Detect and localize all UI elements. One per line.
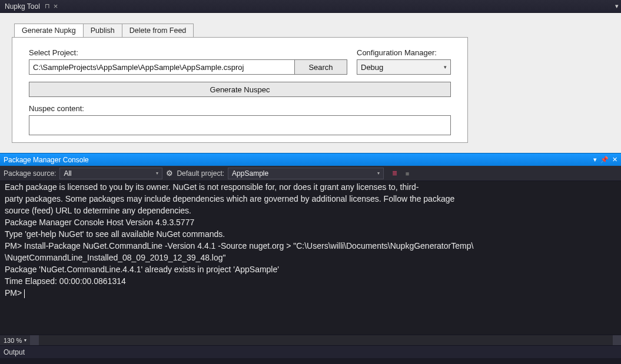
package-source-dropdown[interactable]: All ▾	[59, 168, 162, 179]
package-source-label: Package source:	[4, 169, 56, 178]
search-button[interactable]: Search	[294, 59, 347, 75]
chevron-down-icon: ▾	[156, 171, 158, 176]
dropdown-value: All	[64, 169, 71, 178]
tab-delete-from-feed[interactable]: Delete from Feed	[122, 24, 194, 37]
chevron-down-icon: ▾	[24, 338, 26, 343]
nuspec-content-label: Nuspec content:	[29, 104, 451, 113]
bottom-spacer	[0, 358, 621, 364]
tab-strip: Generate Nupkg Publish Delete from Feed	[14, 24, 609, 37]
generate-nuspec-button[interactable]: Generate Nuspec	[29, 82, 451, 97]
config-manager-label: Configuration Manager:	[357, 48, 451, 57]
output-title: Output	[4, 348, 25, 356]
pmc-titlebar: Package Manager Console ▾ 📌 ✕	[0, 153, 621, 166]
zoom-value: 130 %	[4, 337, 22, 344]
chevron-down-icon: ▾	[377, 171, 380, 176]
stop-icon[interactable]: ■	[403, 169, 412, 178]
pmc-toolbar: Package source: All ▾ ⚙ Default project:…	[0, 166, 621, 181]
pmc-footer: 130 % ▾	[0, 335, 621, 345]
button-label: Generate Nuspec	[210, 85, 270, 94]
autohide-pin-icon[interactable]: 📌	[600, 156, 609, 163]
horizontal-scrollbar[interactable]	[31, 335, 621, 345]
select-value: Debug	[361, 63, 383, 72]
tab-publish[interactable]: Publish	[83, 24, 122, 37]
pin-icon[interactable]: ⊓	[45, 2, 50, 10]
output-panel-titlebar[interactable]: Output	[0, 345, 621, 358]
tab-label: Delete from Feed	[129, 26, 187, 35]
close-icon[interactable]: ×	[54, 2, 58, 11]
button-label: Search	[308, 63, 333, 72]
close-icon[interactable]: ✕	[612, 156, 617, 163]
window-position-icon[interactable]: ▾	[593, 156, 597, 163]
nuspec-content-textarea[interactable]	[29, 115, 451, 135]
config-manager-select[interactable]: Debug ▾	[357, 59, 451, 75]
tab-generate-nupkg[interactable]: Generate Nupkg	[14, 24, 84, 37]
pmc-title: Package Manager Console	[4, 156, 89, 164]
default-project-label: Default project:	[177, 169, 224, 178]
pmc-console-output[interactable]: Each package is licensed to you by its o…	[0, 181, 621, 335]
settings-gear-icon[interactable]: ⚙	[166, 169, 173, 178]
zoom-level-dropdown[interactable]: 130 % ▾	[0, 335, 31, 345]
project-path-input[interactable]	[29, 59, 295, 75]
tool-window-titlebar: Nupkg Tool ⊓ × ▾	[0, 0, 621, 13]
tab-panel-generate: Select Project: Search Configuration Man…	[12, 37, 468, 143]
tool-window-title: Nupkg Tool	[2, 2, 42, 11]
select-project-label: Select Project:	[29, 48, 347, 57]
clear-console-icon[interactable]: ≣	[390, 169, 399, 178]
chevron-down-icon: ▾	[444, 64, 447, 70]
tab-label: Generate Nupkg	[22, 26, 76, 35]
nupkg-tool-panel: Generate Nupkg Publish Delete from Feed …	[0, 13, 621, 153]
dropdown-value: AppSample	[232, 169, 268, 178]
default-project-dropdown[interactable]: AppSample ▾	[228, 168, 384, 179]
tab-label: Publish	[91, 26, 115, 35]
window-menu-icon[interactable]: ▾	[615, 2, 619, 10]
